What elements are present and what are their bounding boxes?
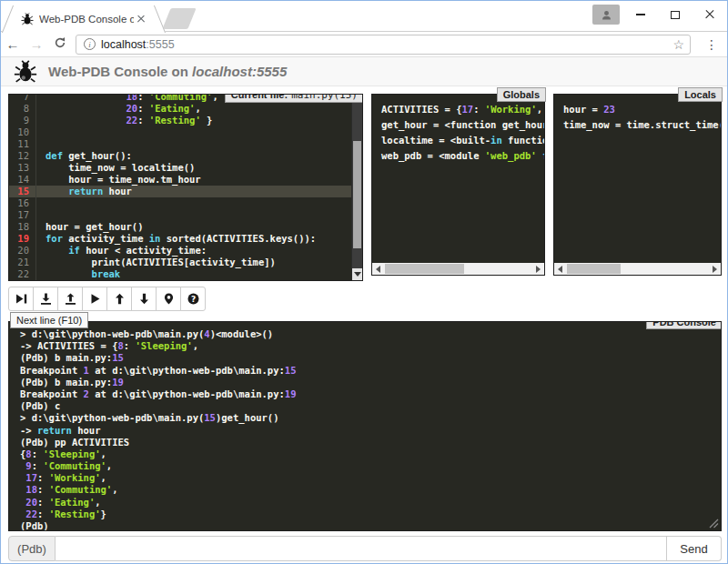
stack-up-button[interactable] bbox=[106, 287, 132, 311]
down-triangle-icon bbox=[354, 272, 361, 277]
scroll-left-arrow[interactable] bbox=[554, 263, 566, 275]
code-line: 12def get_hour(): bbox=[9, 150, 351, 162]
code-line: 21 print(ACTIVITIES[activity_time]) bbox=[9, 257, 351, 268]
bug-favicon bbox=[21, 13, 34, 25]
left-triangle-icon bbox=[376, 266, 380, 273]
tab-close-icon[interactable] bbox=[134, 12, 148, 26]
code-line: 15 return hour bbox=[9, 186, 351, 197]
local-variable-line: time_now = time.struct_time(tm_yea bbox=[563, 117, 721, 133]
line-text: hour = 23 bbox=[563, 102, 615, 117]
line-number: 12 bbox=[9, 150, 36, 162]
minimize-button[interactable] bbox=[623, 1, 658, 28]
line-number: 17 bbox=[9, 209, 36, 221]
close-button[interactable] bbox=[693, 1, 727, 28]
code-line: 20 if hour < activity_time: bbox=[9, 245, 351, 257]
page-title: Web-PDB Console on localhost:5555 bbox=[48, 64, 287, 79]
scrollbar-thumb[interactable] bbox=[353, 141, 361, 248]
step-into-button[interactable] bbox=[33, 287, 58, 311]
arrow-up-icon bbox=[114, 293, 126, 305]
code-line: 18hour = get_hour() bbox=[9, 221, 351, 233]
line-text: hour = get_hour() bbox=[36, 221, 143, 233]
next-line-button[interactable] bbox=[8, 287, 34, 311]
return-button[interactable] bbox=[57, 287, 83, 311]
line-text: 20: 'Eating', bbox=[36, 103, 201, 115]
line-text: 22: 'Resting' } bbox=[36, 115, 212, 126]
code-line: 13 time_now = localtime() bbox=[9, 162, 351, 174]
line-text: 20: 'Eating', bbox=[20, 497, 101, 509]
site-header: Web-PDB Console on localhost:5555 bbox=[1, 57, 727, 86]
line-text: ACTIVITIES = {17: 'Working', 18: ' bbox=[381, 102, 544, 117]
console-line: (Pdb) c bbox=[20, 400, 721, 412]
scroll-down-arrow[interactable] bbox=[352, 268, 362, 280]
pdb-command-input[interactable] bbox=[56, 536, 667, 561]
url-input[interactable]: i localhost:5555 ☆ bbox=[76, 35, 691, 55]
code-line: 16 bbox=[9, 197, 351, 209]
local-variable-line: hour = 23 bbox=[563, 102, 721, 117]
tab-strip: Web-PDB Console on loc bbox=[1, 1, 727, 32]
line-text: {8: 'Sleeping', bbox=[20, 448, 106, 460]
web-pdb-page: Web-PDB Console on localhost:5555 Curren… bbox=[1, 57, 727, 563]
scrollbar-thumb[interactable] bbox=[567, 264, 621, 274]
source-code: 7 18: 'Commuting',8 20: 'Eating',9 22: '… bbox=[9, 95, 351, 280]
bookmark-star-icon[interactable]: ☆ bbox=[672, 37, 684, 52]
console-line: 18: 'Commuting', bbox=[20, 484, 721, 496]
arrow-down-icon bbox=[138, 293, 150, 305]
minimize-icon bbox=[636, 14, 645, 15]
line-text bbox=[36, 138, 46, 150]
console-line: > d:\git\python-web-pdb\main.py(15)get_h… bbox=[20, 412, 721, 424]
line-text: print(ACTIVITIES[activity_time]) bbox=[36, 257, 276, 268]
help-button[interactable]: ? bbox=[180, 287, 206, 311]
line-number-breakpoint: 19 bbox=[9, 233, 36, 245]
reload-button[interactable] bbox=[48, 36, 72, 52]
stack-down-button[interactable] bbox=[131, 287, 157, 311]
locals-horizontal-scrollbar[interactable] bbox=[554, 263, 721, 275]
forward-button[interactable]: → bbox=[25, 36, 48, 52]
site-info-icon[interactable]: i bbox=[84, 38, 96, 50]
scroll-left-arrow[interactable] bbox=[372, 263, 384, 275]
scrollbar-thumb[interactable] bbox=[385, 264, 464, 274]
right-triangle-icon bbox=[536, 266, 541, 273]
reload-icon bbox=[54, 36, 66, 49]
maximize-button[interactable] bbox=[658, 1, 693, 28]
url-text: localhost:5555 bbox=[101, 38, 175, 51]
line-number: 7 bbox=[9, 95, 36, 103]
globals-horizontal-scrollbar[interactable] bbox=[372, 263, 544, 275]
line-number: 21 bbox=[9, 257, 36, 268]
current-file-panel: Current file:main.py(15) 7 18: 'Commutin… bbox=[8, 94, 363, 281]
line-number: 8 bbox=[9, 103, 36, 115]
console-line: 20: 'Eating', bbox=[20, 497, 721, 509]
code-vertical-scrollbar[interactable] bbox=[351, 95, 362, 280]
profile-button[interactable] bbox=[592, 5, 620, 25]
debug-toolbar: ? bbox=[8, 287, 206, 311]
step-forward-icon bbox=[15, 293, 27, 305]
line-text: -> return hour bbox=[20, 425, 101, 437]
browser-tab[interactable]: Web-PDB Console on loc bbox=[15, 5, 152, 32]
line-text: def get_hour(): bbox=[36, 150, 132, 162]
line-text bbox=[36, 126, 46, 138]
where-button[interactable] bbox=[156, 287, 181, 311]
send-button[interactable]: Send bbox=[667, 536, 722, 561]
scroll-right-arrow[interactable] bbox=[709, 263, 721, 275]
line-text: (Pdb) b main.py:15 bbox=[20, 352, 124, 364]
global-variable-line: web_pdb = <module 'web_pdb' from ' bbox=[381, 148, 544, 164]
step-into-icon bbox=[40, 293, 52, 305]
resize-grip-icon[interactable] bbox=[709, 519, 719, 529]
locals-badge: Locals bbox=[678, 87, 723, 102]
browser-menu-icon[interactable]: ⋮ bbox=[700, 37, 723, 52]
web-pdb-logo-bug-icon bbox=[14, 60, 37, 84]
continue-button[interactable] bbox=[82, 287, 107, 311]
line-text: Breakpoint 2 at d:\git\python-web-pdb\ma… bbox=[20, 388, 296, 400]
console-line: (Pdb) b main.py:19 bbox=[20, 377, 721, 388]
new-tab-button[interactable] bbox=[162, 8, 196, 29]
address-bar: ← → i localhost:5555 ☆ ⋮ bbox=[1, 32, 727, 57]
line-number: 9 bbox=[9, 115, 36, 126]
line-text: -> ACTIVITIES = {8: 'Sleeping', bbox=[20, 340, 198, 352]
globals-variables: ACTIVITIES = {17: 'Working', 18: 'get_ho… bbox=[372, 95, 544, 263]
line-number: 10 bbox=[9, 126, 36, 138]
code-line: 22 break bbox=[9, 268, 351, 280]
scroll-right-arrow[interactable] bbox=[532, 263, 544, 275]
code-line: 17 bbox=[9, 209, 351, 221]
line-number: 14 bbox=[9, 174, 36, 186]
maximize-icon bbox=[671, 11, 680, 19]
back-button[interactable]: ← bbox=[1, 36, 25, 52]
